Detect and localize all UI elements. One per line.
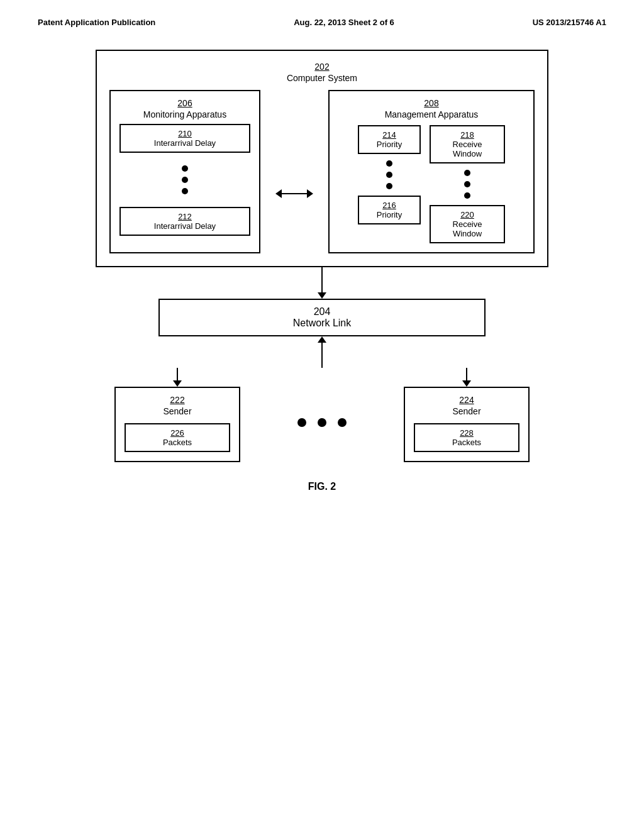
rw-dots <box>464 163 470 205</box>
cs-nl-line-top <box>321 267 323 292</box>
arrow-line-left <box>177 368 178 380</box>
patent-header: Patent Application Publication Aug. 22, … <box>0 0 644 37</box>
interarrival-delay-top-ref: 210 <box>127 129 243 138</box>
arrow-left-head <box>275 189 282 198</box>
diagram-area: 202 Computer System 206 Monitoring Appar… <box>0 37 644 505</box>
packets-left-box: 226 Packets <box>125 423 230 452</box>
packets-right-name: Packets <box>421 438 512 447</box>
cs-to-nl-arrow <box>318 267 326 299</box>
monitoring-apparatus-box: 206 Monitoring Apparatus 210 Interarriva… <box>109 90 260 253</box>
management-apparatus-box: 208 Management Apparatus 214 Priority <box>328 90 535 253</box>
computer-system-label: 202 Computer System <box>109 61 535 84</box>
priority-bottom-box: 216 Priority <box>358 196 421 224</box>
mgmt-top-boxes: 214 Priority 216 Priority <box>338 125 525 243</box>
receive-window-bottom-box: 220 Receive Window <box>430 205 505 243</box>
right-sender-col: 224 Sender 228 Packets <box>404 368 530 462</box>
packets-right-ref: 228 <box>421 428 512 438</box>
header-left: Patent Application Publication <box>38 18 155 27</box>
packets-left-name: Packets <box>132 438 223 447</box>
monitoring-label: 206 Monitoring Apparatus <box>119 97 250 120</box>
sender-left-label: 222 Sender <box>125 394 230 417</box>
header-center: Aug. 22, 2013 Sheet 2 of 6 <box>294 18 394 27</box>
receive-window-col: 218 Receive Window 220 Receive Window <box>430 125 505 243</box>
priority-top-name: Priority <box>365 140 413 149</box>
interarrival-delay-top-box: 210 Interarrival Delay <box>119 124 250 153</box>
priority-top-ref: 214 <box>365 130 413 140</box>
packets-right-box: 228 Packets <box>414 423 519 452</box>
receive-window-bottom-name: Receive Window <box>437 219 497 238</box>
receive-window-top-name: Receive Window <box>437 140 497 158</box>
sender-right-box: 224 Sender 228 Packets <box>404 387 530 462</box>
inner-row: 206 Monitoring Apparatus 210 Interarriva… <box>109 90 535 253</box>
network-link-name: Network Link <box>172 318 472 329</box>
pdot-2 <box>386 172 392 178</box>
nl-to-sender-left-arrow <box>173 368 182 387</box>
computer-system-box: 202 Computer System 206 Monitoring Appar… <box>96 50 548 267</box>
arrow-down-left <box>173 380 182 387</box>
receive-window-top-box: 218 Receive Window <box>430 125 505 163</box>
priority-dots <box>386 154 392 196</box>
network-link-ref: 204 <box>172 306 472 318</box>
computer-system-name: Computer System <box>287 73 357 83</box>
priority-col: 214 Priority 216 Priority <box>358 125 421 243</box>
interarrival-delay-bottom-name: Interarrival Delay <box>127 221 243 231</box>
rwdot-1 <box>464 170 470 176</box>
nl-up-line <box>321 343 323 368</box>
left-sender-col: 222 Sender 226 Packets <box>114 368 240 462</box>
priority-bottom-ref: 216 <box>365 201 413 210</box>
pdot-3 <box>386 183 392 189</box>
cs-nl-arrow-down <box>318 292 326 299</box>
rwdot-2 <box>464 181 470 187</box>
h-arrow-line <box>282 193 307 194</box>
sender-right-label: 224 Sender <box>414 394 519 417</box>
senders-section: 222 Sender 226 Packets <box>96 368 548 462</box>
sender-left-box: 222 Sender 226 Packets <box>114 387 240 462</box>
mdot-1 <box>297 418 306 427</box>
dot-2 <box>182 177 188 183</box>
pdot-1 <box>386 160 392 167</box>
rwdot-3 <box>464 192 470 199</box>
nl-arrow-up <box>318 336 326 343</box>
interarrival-delay-bottom-ref: 212 <box>127 212 243 221</box>
packets-left-ref: 226 <box>132 428 223 438</box>
nl-to-sender-right-arrow <box>462 368 471 387</box>
arrow-down-right <box>462 380 471 387</box>
arrow-right-head <box>307 189 313 198</box>
receive-window-bottom-ref: 220 <box>437 210 497 219</box>
priority-top-box: 214 Priority <box>358 125 421 154</box>
monitoring-inner: 210 Interarrival Delay 212 Interarrival … <box>119 124 250 236</box>
dot-3 <box>182 188 188 194</box>
priority-bottom-name: Priority <box>365 210 413 219</box>
computer-system-ref: 202 <box>314 62 329 72</box>
mdot-3 <box>338 418 347 427</box>
dot-1 <box>182 165 188 172</box>
middle-dots <box>297 368 347 427</box>
bidir-arrow <box>275 134 313 253</box>
arrow-line-right <box>466 368 467 380</box>
header-right: US 2013/215746 A1 <box>533 18 606 27</box>
nl-up-arrow <box>318 336 326 368</box>
mdot-2 <box>318 418 326 427</box>
network-link-box: 204 Network Link <box>158 299 486 336</box>
interarrival-delay-bottom-box: 212 Interarrival Delay <box>119 207 250 236</box>
fig-label: FIG. 2 <box>308 481 336 492</box>
monitoring-dots <box>119 159 250 201</box>
interarrival-delay-top-name: Interarrival Delay <box>127 138 243 148</box>
management-label: 208 Management Apparatus <box>338 97 525 120</box>
receive-window-top-ref: 218 <box>437 130 497 140</box>
